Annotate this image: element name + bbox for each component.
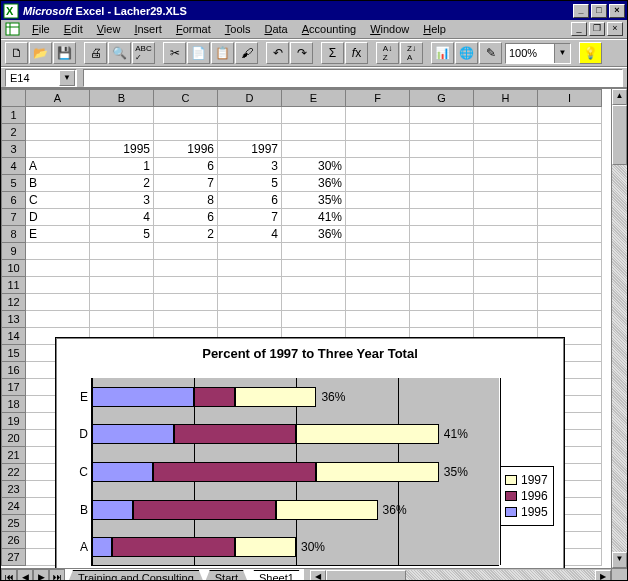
- cell-E9[interactable]: [282, 243, 346, 260]
- row-header-9[interactable]: 9: [2, 243, 26, 260]
- row-header-1[interactable]: 1: [2, 107, 26, 124]
- row-header-8[interactable]: 8: [2, 226, 26, 243]
- cell-E4[interactable]: 30%: [282, 158, 346, 175]
- cell-E7[interactable]: 41%: [282, 209, 346, 226]
- cell-C6[interactable]: 8: [154, 192, 218, 209]
- row-header-24[interactable]: 24: [2, 498, 26, 515]
- sheet-tab-sheet1[interactable]: Sheet1: [248, 570, 305, 581]
- function-wizard-button[interactable]: fx: [345, 42, 368, 64]
- menu-insert[interactable]: Insert: [127, 21, 169, 37]
- cell-C12[interactable]: [154, 294, 218, 311]
- cell-A1[interactable]: [26, 107, 90, 124]
- row-header-25[interactable]: 25: [2, 515, 26, 532]
- row-header-4[interactable]: 4: [2, 158, 26, 175]
- format-painter-button[interactable]: 🖌: [235, 42, 258, 64]
- sort-asc-button[interactable]: A↓Z: [376, 42, 399, 64]
- cell-E2[interactable]: [282, 124, 346, 141]
- row-header-2[interactable]: 2: [2, 124, 26, 141]
- tab-nav-prev[interactable]: ◀: [17, 569, 33, 581]
- new-button[interactable]: 🗋: [5, 42, 28, 64]
- cell-G4[interactable]: [410, 158, 474, 175]
- cell-H8[interactable]: [474, 226, 538, 243]
- zoom-dropdown-icon[interactable]: ▼: [554, 44, 570, 63]
- menu-help[interactable]: Help: [416, 21, 453, 37]
- cell-H3[interactable]: [474, 141, 538, 158]
- cell-G7[interactable]: [410, 209, 474, 226]
- row-header-17[interactable]: 17: [2, 379, 26, 396]
- horizontal-scrollbar[interactable]: ◀ ▶: [310, 569, 611, 581]
- cell-A6[interactable]: C: [26, 192, 90, 209]
- paste-button[interactable]: 📋: [211, 42, 234, 64]
- cell-B7[interactable]: 4: [90, 209, 154, 226]
- cell-F1[interactable]: [346, 107, 410, 124]
- row-header-16[interactable]: 16: [2, 362, 26, 379]
- cell-I10[interactable]: [538, 260, 602, 277]
- cell-G9[interactable]: [410, 243, 474, 260]
- cell-G3[interactable]: [410, 141, 474, 158]
- cell-H12[interactable]: [474, 294, 538, 311]
- cell-H7[interactable]: [474, 209, 538, 226]
- cell-F3[interactable]: [346, 141, 410, 158]
- cell-D10[interactable]: [218, 260, 282, 277]
- cell-B8[interactable]: 5: [90, 226, 154, 243]
- cell-B13[interactable]: [90, 311, 154, 328]
- cut-button[interactable]: ✂: [163, 42, 186, 64]
- cell-G6[interactable]: [410, 192, 474, 209]
- tab-nav-first[interactable]: ⏮: [1, 569, 17, 581]
- col-header-H[interactable]: H: [474, 90, 538, 107]
- cell-A5[interactable]: B: [26, 175, 90, 192]
- cell-B1[interactable]: [90, 107, 154, 124]
- cell-H6[interactable]: [474, 192, 538, 209]
- scroll-left-icon[interactable]: ◀: [310, 570, 326, 582]
- cell-A4[interactable]: A: [26, 158, 90, 175]
- cell-C7[interactable]: 6: [154, 209, 218, 226]
- tab-nav-next[interactable]: ▶: [33, 569, 49, 581]
- menu-file[interactable]: File: [25, 21, 57, 37]
- cell-G1[interactable]: [410, 107, 474, 124]
- close-button[interactable]: ×: [609, 4, 625, 18]
- row-header-13[interactable]: 13: [2, 311, 26, 328]
- cell-B6[interactable]: 3: [90, 192, 154, 209]
- tab-nav-last[interactable]: ⏭: [49, 569, 65, 581]
- cell-H1[interactable]: [474, 107, 538, 124]
- menu-accounting[interactable]: Accounting: [295, 21, 363, 37]
- cell-C11[interactable]: [154, 277, 218, 294]
- cell-A2[interactable]: [26, 124, 90, 141]
- col-header-I[interactable]: I: [538, 90, 602, 107]
- cell-I9[interactable]: [538, 243, 602, 260]
- cell-G13[interactable]: [410, 311, 474, 328]
- cell-E3[interactable]: [282, 141, 346, 158]
- drawing-button[interactable]: ✎: [479, 42, 502, 64]
- col-header-C[interactable]: C: [154, 90, 218, 107]
- cell-I4[interactable]: [538, 158, 602, 175]
- cell-H11[interactable]: [474, 277, 538, 294]
- row-header-27[interactable]: 27: [2, 549, 26, 566]
- embedded-chart[interactable]: Percent of 1997 to Three Year Total EDCB…: [55, 337, 565, 568]
- cell-A9[interactable]: [26, 243, 90, 260]
- cell-A12[interactable]: [26, 294, 90, 311]
- cell-B12[interactable]: [90, 294, 154, 311]
- cell-F4[interactable]: [346, 158, 410, 175]
- row-header-11[interactable]: 11: [2, 277, 26, 294]
- menu-view[interactable]: View: [90, 21, 128, 37]
- cell-I8[interactable]: [538, 226, 602, 243]
- cell-B5[interactable]: 2: [90, 175, 154, 192]
- cell-G5[interactable]: [410, 175, 474, 192]
- cell-D9[interactable]: [218, 243, 282, 260]
- col-header-A[interactable]: A: [26, 90, 90, 107]
- cell-C8[interactable]: 2: [154, 226, 218, 243]
- cell-D11[interactable]: [218, 277, 282, 294]
- cell-D5[interactable]: 5: [218, 175, 282, 192]
- copy-button[interactable]: 📄: [187, 42, 210, 64]
- row-header-19[interactable]: 19: [2, 413, 26, 430]
- cell-D8[interactable]: 4: [218, 226, 282, 243]
- row-header-12[interactable]: 12: [2, 294, 26, 311]
- cell-G12[interactable]: [410, 294, 474, 311]
- cell-G10[interactable]: [410, 260, 474, 277]
- cell-D13[interactable]: [218, 311, 282, 328]
- col-header-D[interactable]: D: [218, 90, 282, 107]
- print-button[interactable]: 🖨: [84, 42, 107, 64]
- row-header-22[interactable]: 22: [2, 464, 26, 481]
- cell-B9[interactable]: [90, 243, 154, 260]
- col-header-B[interactable]: B: [90, 90, 154, 107]
